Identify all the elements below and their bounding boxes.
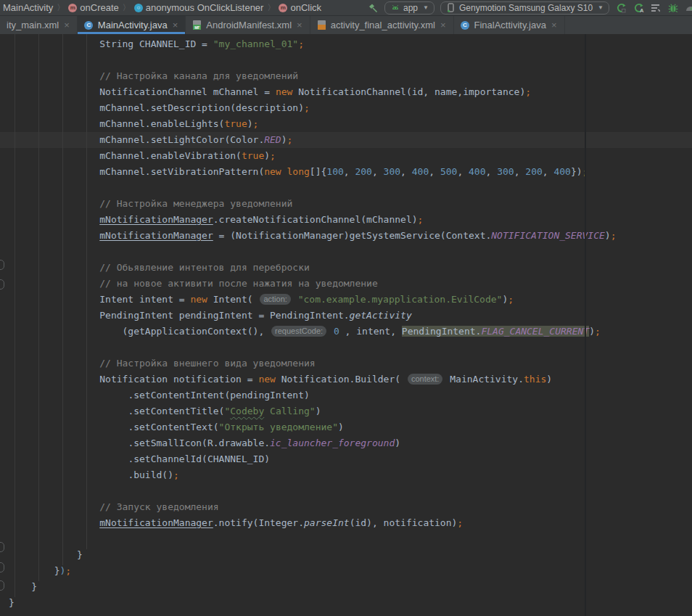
code-line[interactable]: } [0,595,692,611]
anonymous-class-icon: ○ [134,4,143,12]
indent-guide [38,34,39,581]
code-token: true [242,150,264,161]
code-token: ; [611,230,617,241]
tab-finalacttivity-java[interactable]: CFinalActtivity.java× [454,16,565,34]
code-line[interactable]: mChannel.enableLights(true); [0,116,692,132]
code-line[interactable]: // Настройка менеджера уведомлений [0,196,692,212]
code-line[interactable] [0,340,692,356]
code-token: ) [605,230,611,241]
code-token: 500 [440,166,457,177]
breadcrumb-item[interactable]: monCreate [67,2,120,13]
code-line[interactable]: mChannel.enableVibration(true); [0,148,692,164]
code-token: ; [253,118,259,129]
code-token: , [486,166,498,177]
code-line[interactable]: .build(); [0,467,692,483]
code-line[interactable] [0,180,692,196]
code-token: ; [287,134,293,145]
breadcrumb-item[interactable]: monClick [277,2,323,13]
code-token: FLAG_CANCEL_CURRENT [481,326,589,337]
code-line[interactable]: mNotificationManager = (NotificationMana… [0,228,692,244]
close-tab-icon[interactable]: × [551,20,558,30]
code-line[interactable] [0,244,692,260]
close-tab-icon[interactable]: × [63,20,70,30]
breadcrumb-separator: 〉 [56,2,65,13]
code-token: 300 [384,166,400,177]
profiler-icon[interactable] [682,1,692,15]
code-token: MainActivity. [444,374,524,385]
code-line[interactable] [0,52,692,68]
svg-text:A: A [640,7,644,14]
code-line[interactable]: .setContentText("Открыть уведомление") [0,419,692,435]
code-line[interactable]: // Настройка канала для уведомлений [0,68,692,84]
code-token: }) [571,166,582,177]
code-line[interactable]: Intent intent = new Intent( action: "com… [0,292,692,308]
code-line[interactable]: .setSmallIcon(R.drawable.ic_launcher_for… [0,435,692,451]
layout-xml-file-icon [317,20,326,30]
tab-androidmanifest-xml[interactable]: MFAndroidManifest.xml× [186,16,310,34]
breadcrumb-separator: 〉 [122,2,131,13]
run-tasks-icon[interactable] [647,1,664,15]
code-token: new [258,374,275,385]
code-token: ic_launcher_foreground [270,438,395,448]
code-line[interactable]: mNotificationManager.createNotificationC… [0,212,692,228]
tab-mainactivity-java[interactable]: CMainActivity.java× [78,16,186,34]
close-tab-icon[interactable]: × [296,20,303,30]
code-line[interactable] [0,531,692,547]
code-token: ) [395,438,400,448]
code-line[interactable]: mChannel.setVibrationPattern(new long[]{… [0,164,692,180]
code-token: .notify(Integer. [213,517,304,528]
code-line[interactable]: NotificationChannel mChannel = new Notif… [0,84,692,100]
code-line[interactable]: mChannel.setLightColor(Color.RED); [0,132,692,148]
code-line[interactable]: }); [0,563,692,579]
code-line[interactable]: // на новое активити после нажатия на ув… [0,276,692,292]
code-token: mChannel.setDescription(description) [99,102,304,113]
code-line[interactable]: // Настройка внешнего вида уведомления [0,356,692,371]
debug-icon[interactable] [664,1,682,15]
device-select[interactable]: Genymotion Samsung Galaxy S10 ▼ [440,1,609,15]
code-line[interactable]: mChannel.setDescription(description); [0,100,692,116]
close-tab-icon[interactable]: × [172,20,179,30]
code-token: (id), notification) [350,517,458,528]
code-line[interactable]: .setContentIntent(pendingIntent) [0,387,692,403]
close-tab-icon[interactable]: × [440,20,447,30]
parameter-hint: action: [260,294,290,305]
rerun-icon[interactable] [612,1,630,15]
breadcrumb-item[interactable]: MainActivity [1,2,54,13]
code-line[interactable]: mNotificationManager.notify(Integer.pars… [0,515,692,531]
code-token: } [31,581,37,592]
code-token: ) [281,134,287,145]
code-line[interactable]: // Обьявление интентов для переброски [0,260,692,276]
code-token: ) [589,326,595,337]
indent-guide [62,34,63,565]
code-token: NOTIFICATION_SERVICE [491,230,605,241]
toolbar-actions: app ▼ Genymotion Samsung Galaxy S10 ▼ [364,1,692,15]
code-line[interactable]: .setChannelId(CHANNEL_ID) [0,451,692,467]
code-editor[interactable]: String CHANNEL_ID = "my_channel_01"; // … [0,34,692,616]
code-token: new [190,294,207,305]
code-line[interactable]: (getApplicationContext(), requestCode: 0… [0,324,692,340]
breadcrumb-separator: 〉 [266,2,276,13]
run-configuration-select[interactable]: app ▼ [384,1,434,15]
code-line[interactable] [0,483,692,499]
code-line[interactable]: } [0,579,692,595]
breadcrumb-item[interactable]: ○anonymous OnClickListener [133,2,265,13]
code-token: , [514,166,526,177]
code-token: ; [173,469,179,480]
tab-ity-main-xml[interactable]: ity_main.xml× [0,16,78,34]
code-line[interactable]: String CHANNEL_ID = "my_channel_01"; [0,36,692,52]
apply-code-changes-icon[interactable]: A [630,1,647,15]
tab-activity-final-acttivity-xml[interactable]: activity_final_acttivity.xml× [310,16,454,34]
manifest-file-icon: MF [192,20,202,30]
code-line[interactable]: Notification notification = new Notifica… [0,371,692,387]
code-token: []{ [310,166,326,177]
code-line[interactable]: // Запуск уведомления [0,499,692,515]
code-line[interactable]: PendingIntent pendingIntent = PendingInt… [0,308,692,324]
code-token: long [287,166,310,177]
code-line[interactable]: .setContentTitle("Codeby Calling") [0,403,692,419]
code-line[interactable]: } [0,547,692,563]
code-token: // Настройка внешнего вида уведомления [99,358,315,369]
tab-label: MainActivity.java [98,20,168,30]
code-token: "my_channel_01" [213,38,298,49]
code-token: 100 [326,166,343,177]
build-hammer-icon[interactable] [364,1,382,15]
